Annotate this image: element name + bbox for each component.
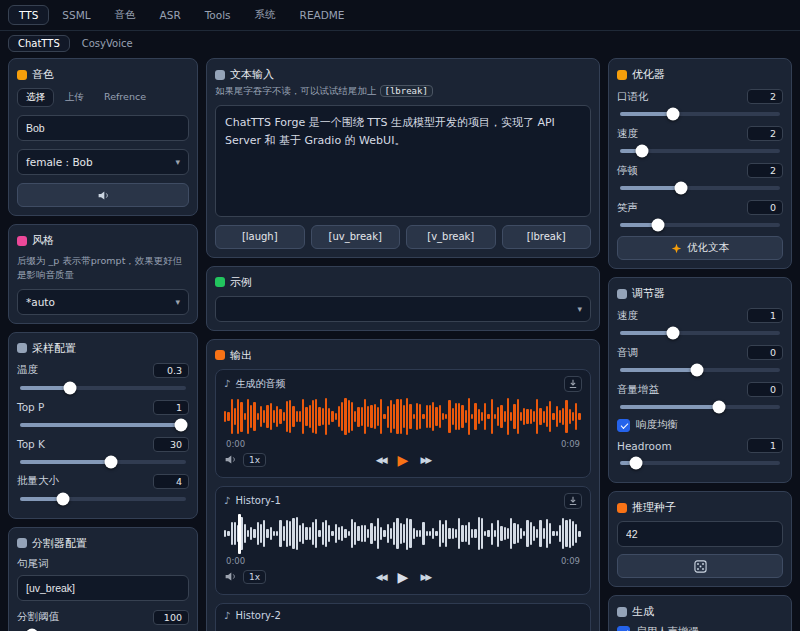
nav-tab-voice[interactable]: 音色 bbox=[104, 4, 147, 26]
nav-tab-tools[interactable]: Tools bbox=[194, 5, 242, 25]
center-column: 文本输入 如果尾字吞字不读，可以试试结尾加上 [lbreak] ChatTTS … bbox=[206, 58, 600, 631]
slider-value[interactable]: 0.3 bbox=[153, 363, 189, 378]
text-input-panel: 文本输入 如果尾字吞字不读，可以试试结尾加上 [lbreak] ChatTTS … bbox=[206, 58, 600, 258]
playback-speed-button[interactable]: 1x bbox=[243, 570, 266, 584]
download-button[interactable] bbox=[564, 376, 582, 392]
top-k-slider: Top K30 bbox=[17, 436, 189, 464]
eos-input[interactable] bbox=[17, 575, 189, 601]
slider-value[interactable]: 1 bbox=[747, 438, 783, 453]
nav-tab-asr[interactable]: ASR bbox=[149, 5, 192, 25]
refine-text-button[interactable]: 优化文本 bbox=[617, 236, 783, 260]
waveform-orange[interactable] bbox=[224, 397, 582, 437]
slider-value[interactable]: 100 bbox=[153, 610, 189, 625]
loudness-eq-checkbox-row[interactable]: 响度均衡 bbox=[617, 418, 783, 432]
slider-handle[interactable] bbox=[63, 381, 76, 394]
skip-forward-icon[interactable]: ▶▶ bbox=[420, 455, 430, 465]
slider-track[interactable] bbox=[20, 423, 186, 427]
slider-track[interactable] bbox=[620, 368, 780, 372]
slider-handle[interactable] bbox=[105, 455, 118, 468]
skip-back-icon[interactable]: ◀◀ bbox=[376, 572, 386, 582]
slider-handle[interactable] bbox=[630, 457, 643, 470]
slider-handle[interactable] bbox=[652, 219, 665, 232]
slider-track[interactable] bbox=[620, 461, 780, 465]
enhance-checkbox[interactable] bbox=[617, 626, 630, 631]
insert-lbreak-button[interactable]: [lbreak] bbox=[502, 225, 592, 249]
splitter-panel-header: 分割器配置 bbox=[17, 536, 189, 551]
tab-chattts[interactable]: ChatTTS bbox=[8, 35, 70, 52]
volume-icon[interactable] bbox=[224, 570, 237, 583]
nav-tab-system[interactable]: 系统 bbox=[244, 4, 287, 26]
slider-track[interactable] bbox=[620, 405, 780, 409]
play-button[interactable]: ▶ bbox=[398, 453, 409, 467]
download-button[interactable] bbox=[564, 493, 582, 509]
slider-handle[interactable] bbox=[636, 145, 649, 158]
insert-v-break-button[interactable]: [v_break] bbox=[406, 225, 496, 249]
loudness-eq-checkbox[interactable] bbox=[617, 419, 630, 432]
nav-tab-tts[interactable]: TTS bbox=[8, 5, 49, 25]
slider-value[interactable]: 0 bbox=[747, 345, 783, 360]
slider-track[interactable] bbox=[620, 149, 780, 153]
voice-name-input[interactable] bbox=[17, 115, 189, 141]
waveform-area[interactable]: 0:00 0:09 bbox=[224, 512, 582, 566]
slider-handle[interactable] bbox=[674, 182, 687, 195]
voice-tab-reference[interactable]: Refrence bbox=[95, 88, 155, 107]
slider-handle[interactable] bbox=[57, 492, 70, 505]
slider-value[interactable]: 2 bbox=[747, 163, 783, 178]
slider-track[interactable] bbox=[620, 223, 780, 227]
nav-tab-ssml[interactable]: SSML bbox=[51, 5, 101, 25]
slider-track[interactable] bbox=[20, 386, 186, 390]
slider-value[interactable]: 30 bbox=[153, 437, 189, 452]
slider-value[interactable]: 4 bbox=[153, 474, 189, 489]
slider-handle[interactable] bbox=[175, 418, 188, 431]
loudness-eq-label: 响度均衡 bbox=[636, 418, 678, 432]
slider-track[interactable] bbox=[620, 331, 780, 335]
music-note-icon: ♪ bbox=[224, 378, 230, 389]
slider-track[interactable] bbox=[20, 460, 186, 464]
slider-value[interactable]: 1 bbox=[747, 308, 783, 323]
random-seed-button[interactable] bbox=[617, 554, 783, 578]
slider-value[interactable]: 0 bbox=[747, 200, 783, 215]
skip-forward-icon[interactable]: ▶▶ bbox=[420, 572, 430, 582]
tts-text-input[interactable]: ChatTTS Forge 是一个围绕 TTS 生成模型开发的项目，实现了 AP… bbox=[215, 105, 591, 217]
slider-track[interactable] bbox=[620, 112, 780, 116]
volume-icon[interactable] bbox=[224, 453, 237, 466]
slider-value[interactable]: 2 bbox=[747, 89, 783, 104]
style-panel: 风格 后缀为 _p 表示带prompt，效果更好但是影响音质量 *auto ▾ bbox=[8, 224, 198, 324]
nav-tab-readme[interactable]: README bbox=[289, 5, 356, 25]
waveform-gray[interactable] bbox=[224, 514, 582, 554]
voice-select-dropdown[interactable]: female : Bob ▾ bbox=[17, 149, 189, 175]
slider-value[interactable]: 2 bbox=[747, 126, 783, 141]
playback-speed-button[interactable]: 1x bbox=[243, 453, 266, 467]
style-dropdown[interactable]: *auto ▾ bbox=[17, 289, 189, 315]
play-button[interactable]: ▶ bbox=[398, 570, 409, 584]
time-total: 0:09 bbox=[561, 556, 580, 566]
speed-slider: 速度2 bbox=[617, 125, 783, 153]
slider-value[interactable]: 0 bbox=[747, 382, 783, 397]
slider-value[interactable]: 1 bbox=[153, 400, 189, 415]
slider-handle[interactable] bbox=[666, 327, 679, 340]
slider-handle[interactable] bbox=[713, 401, 726, 414]
sliders-icon bbox=[17, 538, 27, 548]
slider-handle[interactable] bbox=[690, 364, 703, 377]
slider-track[interactable] bbox=[620, 186, 780, 190]
waveform-area[interactable]: 0:00 0:09 bbox=[224, 395, 582, 449]
insert-laugh-button[interactable]: [laugh] bbox=[215, 225, 305, 249]
generated-audio-player: ♪ 生成的音频 0:00 0:09 1x bbox=[215, 369, 591, 478]
slider-handle[interactable] bbox=[666, 108, 679, 121]
sampling-panel-header: 采样配置 bbox=[17, 341, 189, 356]
player-controls: 1x ◀◀ ▶ ▶▶ bbox=[224, 566, 582, 588]
examples-dropdown[interactable]: ▾ bbox=[215, 296, 591, 322]
voice-select-value: female : Bob bbox=[26, 156, 93, 168]
player-controls: 1x ◀◀ ▶ ▶▶ bbox=[224, 449, 582, 471]
skip-back-icon[interactable]: ◀◀ bbox=[376, 455, 386, 465]
playhead-cursor[interactable] bbox=[238, 514, 241, 554]
voice-preview-button[interactable] bbox=[17, 183, 189, 207]
oral-slider: 口语化2 bbox=[617, 88, 783, 116]
voice-tab-select[interactable]: 选择 bbox=[17, 88, 54, 107]
tab-cosyvoice[interactable]: CosyVoice bbox=[72, 35, 143, 52]
insert-uv-break-button[interactable]: [uv_break] bbox=[311, 225, 401, 249]
slider-track[interactable] bbox=[20, 497, 186, 501]
voice-tab-upload[interactable]: 上传 bbox=[56, 88, 93, 107]
seed-input[interactable] bbox=[617, 521, 783, 547]
enhance-checkbox-row[interactable]: 启用人声增强 bbox=[617, 625, 783, 631]
